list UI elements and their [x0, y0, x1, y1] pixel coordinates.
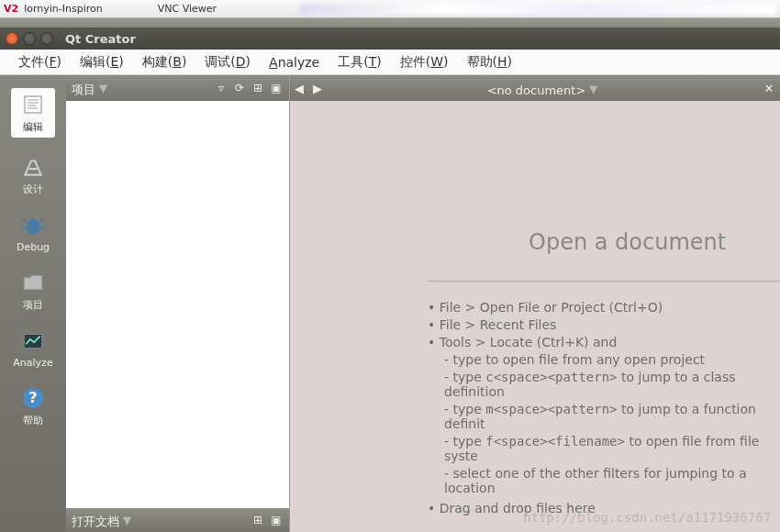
- menu-tools[interactable]: 工具(T): [329, 50, 391, 74]
- open-docs-selector[interactable]: 打开文档: [72, 510, 131, 530]
- menubar: 文件(F) 编辑(E) 构建(B) 调试(D) Analyze 工具(T) 控件…: [0, 50, 780, 75]
- welcome-sub-1: - type to open file from any open projec…: [444, 352, 780, 367]
- help-icon: ?: [20, 385, 46, 411]
- mode-edit[interactable]: 编辑: [11, 88, 55, 138]
- welcome-sub-5: - select one of the other filters for ju…: [444, 466, 780, 495]
- watermark: http://blog.csdn.net/a1171936767: [523, 510, 771, 525]
- filter-icon[interactable]: ▿: [214, 81, 228, 95]
- welcome-sub-4: - type f<space><filename> to open file f…: [444, 434, 780, 463]
- document-toolbar: ◀ ▶ <no document> ✕: [290, 75, 780, 101]
- mode-debug[interactable]: Debug: [17, 213, 50, 253]
- nav-forward-icon[interactable]: ▶: [308, 82, 327, 95]
- menu-file[interactable]: 文件(F): [9, 50, 71, 74]
- welcome-title: Open a document: [529, 229, 780, 255]
- main-region: 编辑 设计 Debug 项目 Analyze: [0, 75, 780, 532]
- close-pane-icon[interactable]: ▣: [269, 81, 284, 95]
- svg-rect-0: [25, 96, 41, 113]
- debug-icon: [20, 213, 46, 238]
- mode-help[interactable]: ? 帮助: [20, 385, 46, 427]
- mode-analyze[interactable]: Analyze: [13, 328, 52, 369]
- open-docs-tools: ⊞ ▣: [251, 513, 284, 527]
- close-document-icon[interactable]: ✕: [758, 82, 780, 95]
- vnc-logo: V2: [4, 3, 18, 15]
- menu-build[interactable]: 构建(B): [133, 50, 196, 74]
- vnc-hostname: lornyin-Inspiron: [24, 3, 103, 15]
- split-icon-2[interactable]: ⊞: [251, 513, 265, 527]
- mode-rail: 编辑 设计 Debug 项目 Analyze: [0, 75, 66, 532]
- project-header-tools: ▿ ⟳ ⊞ ▣: [214, 81, 284, 95]
- window-minimize-button[interactable]: [23, 32, 36, 45]
- document-selector[interactable]: <no document>: [327, 79, 758, 98]
- window-title: Qt Creator: [65, 32, 136, 46]
- welcome-sub-3: - type m<space><pattern> to jump to a fu…: [444, 402, 780, 431]
- project-tree[interactable]: [66, 101, 289, 508]
- menu-analyze[interactable]: Analyze: [260, 51, 329, 73]
- mode-design[interactable]: 设计: [20, 154, 46, 196]
- window-close-button[interactable]: [6, 32, 18, 45]
- sync-icon[interactable]: ⟳: [232, 81, 247, 95]
- analyze-icon: [20, 328, 46, 354]
- welcome-panel: Open a document • File > Open File or Pr…: [290, 101, 780, 532]
- welcome-line-2: • File > Recent Files: [428, 317, 780, 332]
- welcome-line-1: • File > Open File or Project (Ctrl+O): [428, 300, 780, 315]
- project-pane: 项目 ▿ ⟳ ⊞ ▣ 打开文档 ⊞ ▣: [66, 75, 290, 532]
- welcome-line-3: • Tools > Locate (Ctrl+K) and: [428, 335, 780, 349]
- edit-icon: [20, 92, 46, 117]
- mode-design-label: 设计: [23, 183, 43, 196]
- mode-debug-label: Debug: [17, 241, 50, 253]
- window-maximize-button[interactable]: [40, 32, 53, 45]
- svg-line-7: [40, 218, 43, 221]
- svg-point-5: [26, 218, 39, 234]
- window-titlebar: Qt Creator: [0, 28, 780, 50]
- menu-help[interactable]: 帮助(H): [458, 50, 521, 74]
- open-docs-header: 打开文档 ⊞ ▣: [66, 508, 289, 532]
- editor-column: ◀ ▶ <no document> ✕ Open a document • Fi…: [290, 75, 780, 532]
- welcome-divider: [428, 281, 780, 282]
- vnc-blurred-region: [299, 4, 776, 15]
- menu-edit[interactable]: 编辑(E): [71, 50, 133, 74]
- nav-back-icon[interactable]: ◀: [290, 82, 308, 95]
- menu-debug[interactable]: 调试(D): [195, 50, 260, 74]
- project-icon: [20, 270, 46, 295]
- close-pane-icon-2[interactable]: ▣: [269, 513, 284, 527]
- welcome-sub-2: - type c<space><pattern> to jump to a cl…: [444, 370, 780, 399]
- taskbar-background: [0, 18, 780, 28]
- split-icon[interactable]: ⊞: [251, 81, 265, 95]
- mode-edit-label: 编辑: [23, 120, 43, 134]
- svg-line-6: [23, 218, 26, 221]
- mode-help-label: 帮助: [23, 414, 43, 427]
- svg-text:?: ?: [28, 389, 37, 406]
- project-selector[interactable]: 项目: [72, 78, 107, 98]
- vnc-appname: VNC Viewer: [158, 3, 217, 15]
- vnc-titlebar: V2 lornyin-Inspiron VNC Viewer: [0, 0, 780, 18]
- mode-project-label: 项目: [23, 298, 43, 312]
- mode-analyze-label: Analyze: [13, 357, 52, 369]
- project-pane-header: 项目 ▿ ⟳ ⊞ ▣: [66, 75, 289, 101]
- design-icon: [20, 154, 46, 180]
- menu-widgets[interactable]: 控件(W): [391, 50, 458, 74]
- mode-project[interactable]: 项目: [20, 270, 46, 312]
